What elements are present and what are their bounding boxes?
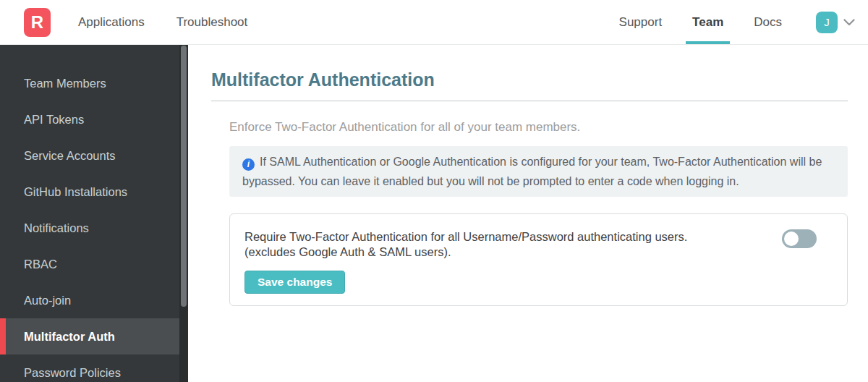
chevron-down-icon[interactable] — [843, 19, 855, 26]
sidebar-item-auto-join[interactable]: Auto-join — [0, 282, 188, 318]
require-2fa-card: Require Two-Factor Authentication for al… — [229, 213, 848, 306]
sidebar-item-label: Notifications — [24, 221, 89, 235]
sidebar-item-api-tokens[interactable]: API Tokens — [0, 101, 188, 137]
app-window: R Applications Troubleshoot Support Team… — [0, 0, 868, 382]
nav-item-troubleshoot[interactable]: Troubleshoot — [176, 15, 248, 30]
nav-right: Support Team Docs J — [613, 0, 868, 44]
nav-item-team[interactable]: Team — [686, 0, 730, 44]
rollbar-logo-letter: R — [31, 14, 43, 31]
sidebar-item-notifications[interactable]: Notifications — [0, 210, 188, 246]
mfa-section: Enforce Two-Factor Authentication for al… — [211, 120, 848, 306]
page-title: Multifactor Authentication — [211, 69, 848, 90]
sidebar-item-label: API Tokens — [24, 113, 84, 127]
user-avatar-initial: J — [824, 16, 830, 28]
nav-item-applications[interactable]: Applications — [78, 15, 145, 30]
require-2fa-line1: Require Two-Factor Authentication for al… — [244, 229, 833, 245]
info-circle-icon: i — [242, 158, 255, 171]
saml-info-note: iIf SAML Authentication or Google Authen… — [229, 146, 848, 197]
sidebar-scrollbar-track[interactable] — [179, 45, 188, 382]
main-content: Multifactor Authentication Enforce Two-F… — [188, 45, 868, 382]
sidebar-item-password-policies[interactable]: Password Policies — [0, 355, 188, 382]
nav-item-support[interactable]: Support — [613, 0, 669, 44]
intro-text: Enforce Two-Factor Authentication for al… — [229, 120, 848, 135]
team-active-indicator — [686, 41, 730, 44]
require-2fa-line2: (excludes Google Auth & SAML users). — [244, 245, 833, 260]
require-2fa-toggle[interactable] — [782, 229, 817, 248]
sidebar-item-team-members[interactable]: Team Members — [0, 65, 188, 101]
rollbar-logo[interactable]: R — [24, 8, 51, 37]
info-note-text: If SAML Authentication or Google Authent… — [242, 156, 822, 187]
sidebar-item-label: Password Policies — [24, 366, 121, 380]
nav-item-docs-label: Docs — [754, 15, 782, 30]
sidebar-scrollbar-thumb[interactable] — [181, 46, 187, 307]
sidebar-list: Team Members API Tokens Service Accounts… — [0, 45, 188, 382]
save-changes-button[interactable]: Save changes — [244, 271, 345, 294]
title-divider — [211, 101, 848, 101]
top-navbar: R Applications Troubleshoot Support Team… — [0, 0, 868, 45]
sidebar-item-label: Service Accounts — [24, 149, 116, 163]
sidebar-item-label: Team Members — [24, 77, 106, 90]
nav-item-team-label: Team — [692, 15, 723, 30]
sidebar-item-multifactor-auth[interactable]: Multifactor Auth — [0, 318, 188, 355]
sidebar-item-rbac[interactable]: RBAC — [0, 246, 188, 282]
sidebar-item-github-installations[interactable]: GitHub Installations — [0, 174, 188, 210]
nav-left: Applications Troubleshoot — [78, 0, 279, 44]
sidebar-item-service-accounts[interactable]: Service Accounts — [0, 137, 188, 174]
user-avatar[interactable]: J — [816, 12, 838, 33]
sidebar-item-label: Multifactor Auth — [24, 330, 115, 344]
toggle-knob — [784, 232, 799, 246]
settings-sidebar: Team Members API Tokens Service Accounts… — [0, 45, 188, 382]
sidebar-item-label: RBAC — [24, 258, 57, 271]
sidebar-item-label: GitHub Installations — [24, 185, 127, 199]
nav-item-docs[interactable]: Docs — [747, 0, 788, 44]
sidebar-item-label: Auto-join — [24, 294, 71, 307]
nav-item-support-label: Support — [619, 15, 663, 30]
